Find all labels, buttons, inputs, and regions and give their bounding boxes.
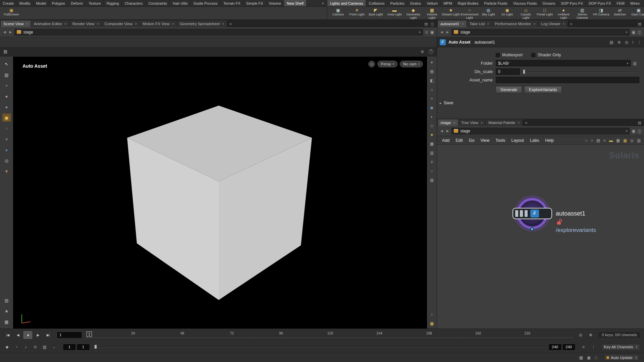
shelf-tool[interactable]: ◆ Geometry Light [404,7,423,19]
shelf-tool[interactable]: ○ Environment Light [460,7,479,19]
generate-button[interactable]: Generate [496,86,522,93]
shelf-tab[interactable]: Hair Utils [170,0,191,6]
menu-item[interactable]: Add [439,138,452,143]
file-chooser-icon[interactable]: ▤ [633,61,637,66]
shelf-tool[interactable]: ◤ Spot Light [366,7,385,19]
chevron-down-icon[interactable]: ▾ [627,62,628,65]
shelf-tab[interactable]: Polygon [49,0,68,6]
node-flag-bar[interactable] [525,210,528,217]
shelf-tool[interactable]: ◨ VR Camera [592,7,610,19]
network-toolbar-icon[interactable]: ▤ [596,138,600,143]
shelf-tab[interactable]: Guide Process [191,0,221,6]
menu-item[interactable]: Layout [508,138,527,143]
range-start-alt-field[interactable]: 1 [77,344,89,350]
shelf-tab[interactable]: Characters [122,0,146,6]
shelf-tab[interactable]: New Shelf [284,0,307,6]
close-tab-icon[interactable]: × [518,121,520,125]
shelf-tab[interactable]: Terrain FX [221,0,244,6]
new-tab-button[interactable]: + [523,119,530,126]
link-icon[interactable]: ⊙ [425,30,428,35]
viewport-display-icon[interactable]: ★ [429,132,435,138]
path-field[interactable]: stage ▾ [451,29,630,36]
timeline-icon[interactable]: ◎ [577,331,584,338]
shelf-tab[interactable]: Oceans [540,0,558,6]
close-tab-icon[interactable]: × [222,22,224,26]
shelf-tab[interactable]: Viscous Fluids [511,0,540,6]
viewport-display-icon[interactable]: ▤ [429,68,435,74]
status-icon[interactable]: □ [595,355,597,360]
shelf-tab[interactable]: SOP Pyro FX [558,0,586,6]
dis-scale-slider[interactable] [523,69,639,74]
viewport-display-icon[interactable]: ◐ [429,114,435,120]
shelf-tool[interactable]: ▦ Volume Light [423,7,441,19]
viewport-tool-icon[interactable]: ● [2,146,11,154]
shelf-tab[interactable]: Texture [86,0,104,6]
viewport-canvas[interactable]: Auto Asset ⊙ Persp ▾ No cam ▾ [13,57,427,328]
shelf-tab[interactable]: Particles [388,0,408,6]
shelf-tab[interactable]: Model [33,0,49,6]
viewport-tool-icon[interactable]: + [2,81,11,89]
viewport-tool-icon[interactable]: × [2,135,11,143]
param-header-icon[interactable]: i [632,40,633,45]
pane-tab[interactable]: /stage × [438,119,459,126]
viewport-tool-icon[interactable]: ▣ [2,114,11,122]
path-field[interactable]: stage ▾ [451,128,630,134]
viewport-tool-icon[interactable]: ● [2,103,11,111]
asset-name-field[interactable] [496,77,639,83]
pane-menu-icon[interactable]: ▤ [638,121,641,125]
viewport-display-icon[interactable]: # [429,159,435,165]
viewport-tool-icon[interactable]: ◎ [2,157,11,165]
folder-field[interactable]: $LAB/ ▾ [496,60,631,66]
pane-tab[interactable]: Performance Monitor × [492,20,539,27]
param-header-icon[interactable]: ⊛ [618,40,621,45]
shelf-tab[interactable]: DOP Pyro FX [586,0,614,6]
shelf-tool[interactable]: ▥ Stereo Camera [573,7,592,19]
network-toolbar-icon[interactable]: ▦ [616,138,620,143]
status-icon[interactable]: ▣ [587,355,591,360]
cube-geometry[interactable] [13,57,427,328]
network-canvas[interactable]: Solaris ╝ autoasset1 /explorevariants [437,145,644,328]
fullscreen-tool[interactable]: ▣ FullScreen [2,7,21,19]
new-tab-button[interactable]: + [568,20,575,27]
pin-icon[interactable]: ▣ [632,30,635,35]
path-field[interactable]: stage ▾ [14,29,423,36]
split-pane-icon[interactable]: ◫ [638,30,641,35]
viewport-display-icon[interactable]: ♪ [429,168,435,174]
pane-tab[interactable]: Log Viewer × [538,20,568,27]
close-tab-icon[interactable]: × [462,22,464,26]
pane-tab[interactable]: Render View × [70,20,102,27]
close-tab-icon[interactable]: × [97,22,99,26]
shelf-tool[interactable]: ★ Distant Light [441,7,460,19]
stepper-icon[interactable]: ▲▼ [635,356,637,359]
camera-lock-icon[interactable]: ⊙ [368,61,375,67]
shelf-tab[interactable]: Rigging [104,0,122,6]
shelf-tool[interactable]: ● Ambient Light [554,7,573,19]
shelf-tab[interactable]: Volume [266,0,284,6]
playback-button[interactable]: ▶| [44,331,52,339]
shelf-tab[interactable]: MPM [441,0,455,6]
auto-update-selector[interactable]: Auto Update ▲▼ [604,354,639,361]
viewport-display-icon[interactable]: + [429,96,435,102]
pane-tab[interactable]: Tree View × [459,119,486,126]
menu-item[interactable]: View [477,138,492,143]
viewport-display-icon[interactable]: ▾ [429,59,435,65]
shelf-tab[interactable]: Wires [628,0,643,6]
network-toolbar-icon[interactable]: ◎ [630,138,634,143]
viewport-display-icon[interactable]: ◉ [429,105,435,111]
shelf-tool[interactable]: ▬ Area Light [385,7,404,19]
playbar-option-icon[interactable]: ♪ [22,344,30,350]
shelf-tab[interactable]: Crowds [643,0,644,6]
playback-button[interactable]: ▶ [34,331,42,339]
pane-tab[interactable]: Animation Editor × [31,20,70,27]
range-end-alt-field[interactable]: 240 [563,344,575,350]
shelf-tab[interactable]: Grains [408,0,424,6]
pane-tab[interactable]: Take List × [467,20,492,27]
forward-icon[interactable]: ▶ [9,30,13,34]
menu-item[interactable]: Go [466,138,478,143]
current-frame-field[interactable]: 1 [57,332,82,338]
pane-tab[interactable]: Composite View × [102,20,140,27]
help-icon[interactable]: ? [429,49,433,54]
playback-button[interactable]: ◀ [13,331,22,339]
param-header-icon[interactable]: ◎ [625,40,628,45]
shelf-tab[interactable]: Lights and Cameras [327,0,366,6]
